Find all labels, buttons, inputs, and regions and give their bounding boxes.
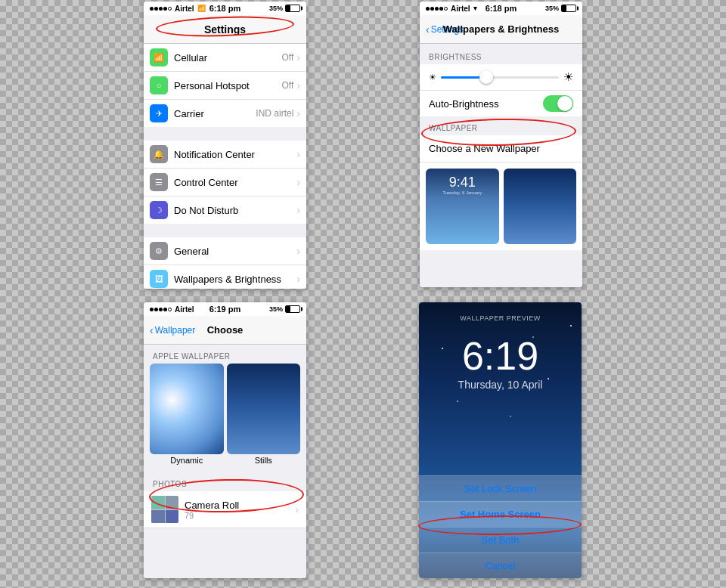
status-right-3: 35% <box>269 305 300 313</box>
preview-screen: Wallpaper Preview 6:19 Thursday, 10 Apri… <box>419 302 582 578</box>
control-label: Control Center <box>174 177 293 188</box>
wallpaper-brightness-row[interactable]: 🖼 Wallpapers & Brightness › <box>144 265 306 289</box>
stills-thumb[interactable] <box>227 364 301 454</box>
wallpaper-nav-title: Wallpapers & Brightness <box>443 23 559 35</box>
set-both-label: Set Both <box>482 534 520 546</box>
wallpaper-section: WALLPAPER Choose a New Wallpaper 9:41 Tu… <box>420 121 582 250</box>
cellular-label: Cellular <box>174 52 282 63</box>
camera-roll-info: Camera Roll 79 <box>185 500 292 520</box>
set-both-button[interactable]: Set Both <box>419 527 582 552</box>
choose-wallpaper-label: Choose a New Wallpaper <box>429 143 540 154</box>
brightness-sun-small: ☀ <box>429 73 436 82</box>
settings-group-3: ⚙ General › 🖼 Wallpapers & Brightness › … <box>144 237 306 289</box>
wallpaper-chevron: › <box>296 273 300 285</box>
choose-screen: Airtel 6:19 pm 35% ‹ Wallpaper Choose AP… <box>144 302 306 578</box>
wallpaper-content: Wallpapers & Brightness <box>174 274 293 285</box>
carrier-chevron: › <box>296 107 300 119</box>
camera-roll-row[interactable]: Camera Roll 79 › <box>144 491 306 528</box>
preview-actions: Set Lock Screen Set Home Screen Set Both… <box>419 475 582 578</box>
apple-wallpaper-section: APPLE WALLPAPER Dynamic Stills <box>144 346 306 471</box>
home-screen-preview <box>504 169 577 244</box>
notification-row[interactable]: 🔔 Notification Center › <box>144 141 306 169</box>
carrier-2: Airtel <box>451 5 470 13</box>
dot4 <box>163 7 167 11</box>
camera-roll-count: 79 <box>185 511 292 520</box>
auto-brightness-toggle[interactable] <box>543 95 573 112</box>
choose-wallpaper-row[interactable]: Choose a New Wallpaper <box>420 135 582 162</box>
wallpaper-screen: Airtel ▾ 6:18 pm 35% ‹ Settings Wallpape… <box>420 2 582 287</box>
dynamic-thumb[interactable] <box>150 364 224 454</box>
settings-screen: Airtel 📶 6:18 pm 35% Settings 📶 Cellular <box>144 2 306 289</box>
separator-2 <box>144 224 306 237</box>
thumb-grid <box>151 496 178 523</box>
preview-screen-label: Wallpaper Preview <box>419 314 582 322</box>
cellular-value: Off <box>282 52 294 63</box>
thumb-cell-3 <box>151 510 165 524</box>
dnd-chevron: › <box>296 204 300 216</box>
wallpaper-label: Wallpapers & Brightness <box>174 274 293 285</box>
cellular-chevron: › <box>296 51 300 63</box>
signal-dots <box>150 7 172 11</box>
hotspot-value: Off <box>282 80 294 91</box>
brightness-slider[interactable] <box>441 76 559 79</box>
brightness-sun-large: ☀ <box>563 70 573 84</box>
preview-background: Wallpaper Preview 6:19 Thursday, 10 Apri… <box>419 302 582 578</box>
general-icon: ⚙ <box>150 242 168 260</box>
status-time-3: 6:19 pm <box>209 305 241 314</box>
general-row[interactable]: ⚙ General › <box>144 237 306 265</box>
choose-back-chevron: ‹ <box>150 324 154 336</box>
camera-roll-chevron: › <box>295 503 299 515</box>
control-center-row[interactable]: ☰ Control Center › <box>144 169 306 197</box>
auto-brightness-label: Auto-Brightness <box>429 98 499 110</box>
dnd-row[interactable]: ☽ Do Not Disturb › <box>144 197 306 224</box>
star-3 <box>532 336 534 338</box>
cellular-row[interactable]: 📶 Cellular Off › <box>144 44 306 72</box>
status-left-2: Airtel ▾ <box>426 5 477 13</box>
cellular-content: Cellular <box>174 52 282 63</box>
cancel-button[interactable]: Cancel <box>419 552 582 578</box>
settings-group-2: 🔔 Notification Center › ☰ Control Center… <box>144 141 306 224</box>
hotspot-row[interactable]: ○ Personal Hotspot Off › <box>144 72 306 100</box>
wallpaper-content: BRIGHTNESS ☀ ☀ Auto-Brightness WALLPAPER… <box>420 44 582 287</box>
carrier-value: IND airtel <box>256 108 293 119</box>
camera-roll-thumb <box>151 496 178 523</box>
status-left: Airtel 📶 <box>150 5 206 13</box>
wifi-icon: 📶 <box>197 5 206 12</box>
brightness-thumb <box>479 70 493 84</box>
apple-wallpaper-label: APPLE WALLPAPER <box>144 346 306 364</box>
battery-fill-3 <box>286 306 290 312</box>
star-5 <box>457 401 458 402</box>
choose-back-button[interactable]: ‹ Wallpaper <box>150 324 195 336</box>
thumb-cell-2 <box>166 496 179 509</box>
battery-fill-2 <box>562 5 566 11</box>
signal-dots-3 <box>150 308 172 311</box>
carrier-row[interactable]: ✈ Carrier IND airtel › <box>144 100 306 127</box>
carrier-3: Airtel <box>175 305 194 314</box>
set-lock-screen-button[interactable]: Set Lock Screen <box>419 475 582 501</box>
status-bar-1: Airtel 📶 6:18 pm 35% <box>144 2 306 15</box>
notification-content: Notification Center <box>174 149 293 160</box>
settings-group-1: 📶 Cellular Off › ○ Personal Hotspot Off … <box>144 44 306 127</box>
carrier-icon: ✈ <box>150 104 168 122</box>
battery-pct-2: 35% <box>545 5 559 12</box>
star-4 <box>548 378 549 379</box>
settings-title: Settings <box>204 23 246 36</box>
status-right-2: 35% <box>545 5 576 12</box>
carrier-content: Carrier <box>174 108 256 119</box>
general-content: General <box>174 246 293 257</box>
hotspot-content: Personal Hotspot <box>174 80 282 91</box>
choose-back-label: Wallpaper <box>155 325 196 336</box>
back-chevron: ‹ <box>426 23 430 36</box>
wifi-icon-2: ▾ <box>473 5 477 12</box>
star-2 <box>479 363 481 364</box>
set-home-screen-button[interactable]: Set Home Screen <box>419 501 582 527</box>
photos-label: PHOTOS <box>144 474 306 491</box>
dot3 <box>159 7 163 11</box>
battery-icon <box>285 5 300 12</box>
status-time: 6:18 pm <box>209 4 241 13</box>
star-6 <box>510 416 511 417</box>
wallpaper-nav: ‹ Settings Wallpapers & Brightness <box>420 15 582 44</box>
control-content: Control Center <box>174 177 293 188</box>
signal-dots-2 <box>426 7 448 11</box>
dot1 <box>150 7 154 11</box>
